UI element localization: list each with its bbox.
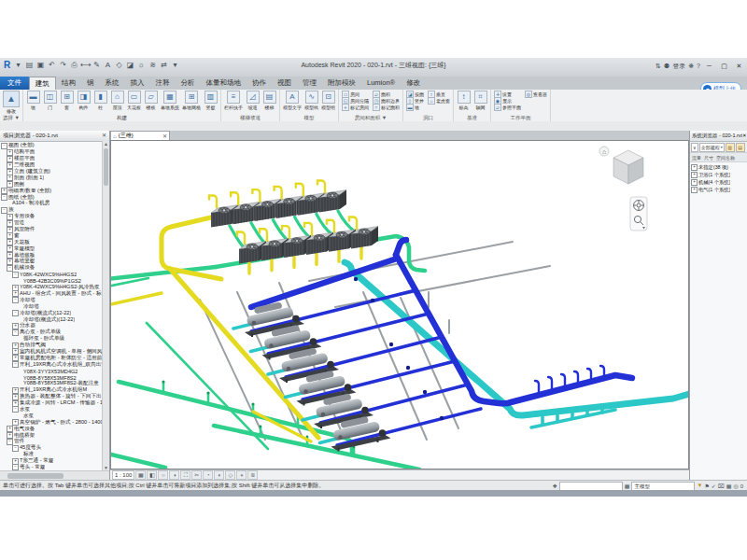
- exchange-apps-icon[interactable]: ❋: [688, 63, 694, 70]
- ribbon-button-构件[interactable]: ◨构件: [76, 91, 92, 110]
- ribbon-tab-体量和场地[interactable]: 体量和场地: [201, 77, 247, 89]
- file-tab[interactable]: 文件: [0, 77, 29, 90]
- customize-arrow-icon[interactable]: ▾: [170, 60, 180, 71]
- design-option-select[interactable]: 主模型: [631, 482, 695, 491]
- view-control-icon-5[interactable]: ✂: [191, 470, 202, 480]
- ribbon-tab-建筑[interactable]: 建筑: [29, 77, 56, 90]
- sysb-row[interactable]: +未指定(38 项): [690, 163, 747, 171]
- ribbon-button-查看器[interactable]: ◎查看器: [524, 91, 548, 98]
- ribbon-panel-label[interactable]: 选择 ▼: [2, 114, 21, 121]
- ribbon-button-老虎窗[interactable]: ⌂老虎窗: [427, 97, 451, 105]
- ribbon-tab-视图[interactable]: 视图: [272, 77, 297, 89]
- project-browser-vscrollbar[interactable]: ▲▼: [102, 141, 109, 471]
- view-tab-3d[interactable]: ⌂ {三维} ✕: [110, 131, 170, 140]
- thin-lines-icon[interactable]: ≋: [148, 60, 158, 71]
- autofit-icon[interactable]: ▥: [726, 143, 735, 152]
- ribbon-button-柱[interactable]: ▮柱: [92, 91, 108, 110]
- switch-window-icon[interactable]: ⇄: [159, 60, 169, 71]
- view-control-icon-4[interactable]: ⛶: [180, 470, 190, 480]
- view-control-icon-1[interactable]: ◧: [147, 470, 157, 480]
- ribbon-tab-修改[interactable]: 修改: [401, 77, 426, 89]
- project-browser-header[interactable]: 项目浏览器 - 020-1.rvt ✕: [0, 131, 109, 142]
- ribbon-button-幕墙系统[interactable]: ▦幕墙系统: [160, 91, 180, 110]
- sysb-row[interactable]: +卫浴(1 个系统): [690, 171, 747, 178]
- ribbon-tab-结构[interactable]: 结构: [56, 77, 81, 89]
- view-control-icon-0[interactable]: ▦: [135, 470, 146, 480]
- ribbon-button-模型组[interactable]: ⊡模型组: [320, 91, 336, 110]
- view-control-icon-3[interactable]: ◑: [169, 470, 179, 480]
- menu-arrow-icon[interactable]: ▾: [13, 60, 23, 71]
- ribbon-button-门[interactable]: ◫门: [42, 91, 58, 110]
- status-icon-0[interactable]: ▼: [697, 483, 702, 489]
- view-control-icon-6[interactable]: ◔: [203, 470, 213, 480]
- ribbon-panel-label[interactable]: 基准: [456, 114, 488, 121]
- view-control-icon-8[interactable]: ◇: [225, 470, 235, 480]
- tree-expander-icon[interactable]: +: [691, 164, 698, 171]
- ribbon-tab-管理[interactable]: 管理: [297, 77, 322, 89]
- print-icon[interactable]: ⎙: [69, 60, 79, 71]
- a360-sync-icon[interactable]: ⇅: [655, 63, 661, 70]
- 3d-view-icon[interactable]: ◇: [114, 60, 124, 71]
- sysb-row[interactable]: +电气(1 个系统): [690, 186, 747, 193]
- tree-item[interactable]: −水泵: [1, 407, 109, 413]
- text-icon[interactable]: A: [103, 60, 113, 71]
- view-control-icon-2[interactable]: ☼: [158, 470, 168, 480]
- status-icon-1[interactable]: ⚑: [704, 483, 709, 489]
- tree-expander-icon[interactable]: −: [12, 361, 19, 368]
- columns-icon[interactable]: ▤: [736, 143, 745, 152]
- ribbon-panel-label[interactable]: 工作平面: [493, 114, 548, 121]
- system-browser-close-icon[interactable]: ✕: [742, 131, 747, 141]
- ribbon-button-屋顶[interactable]: ⌂屋顶: [109, 91, 125, 110]
- tree-item[interactable]: Y08X-3YY3X53MD4G2: [1, 368, 109, 374]
- tree-item[interactable]: +AHU - 组合式 - 回风装置 - 卧式 - 标准 - 2000 - 100…: [1, 290, 109, 297]
- ribbon-button-竖梃[interactable]: ▥竖梃: [203, 91, 218, 110]
- ribbon-button-坡道[interactable]: ◿坡道: [245, 91, 261, 110]
- tree-expander-icon[interactable]: −: [12, 406, 19, 413]
- maximize-button[interactable]: ▢: [718, 60, 730, 72]
- revit-logo-icon[interactable]: R: [2, 60, 12, 71]
- ribbon-button-墙[interactable]: ▬墙: [405, 104, 425, 111]
- tree-expander-icon[interactable]: +: [691, 187, 698, 193]
- ribbon-button-天花板[interactable]: ▭天花板: [126, 91, 142, 110]
- ribbon-button-模型文字[interactable]: A模型文字: [282, 91, 303, 110]
- view-control-icon-9[interactable]: ⌖: [236, 470, 247, 480]
- ribbon-button-标记房间[interactable]: ⌖标记房间: [341, 104, 370, 111]
- ribbon-tab-注释[interactable]: 注释: [150, 77, 176, 89]
- sun-icon[interactable]: ☼: [136, 60, 147, 71]
- help-icon[interactable]: ?: [697, 63, 700, 69]
- ribbon-button-轴网[interactable]: ⌗轴网: [472, 91, 488, 110]
- ribbon-button-墙[interactable]: ▬墙: [25, 91, 41, 110]
- tree-expander-icon[interactable]: −: [12, 272, 19, 278]
- tree-item[interactable]: −冷却塔: [1, 297, 109, 303]
- sign-in-button[interactable]: 登录: [672, 62, 685, 71]
- worksets-icon[interactable]: ❖: [552, 483, 557, 489]
- tree-expander-icon[interactable]: +: [691, 179, 698, 186]
- tree-expander-icon[interactable]: −: [12, 329, 19, 336]
- viewcube[interactable]: ⌂: [599, 147, 643, 184]
- ribbon-button-楼板[interactable]: ▱楼板: [143, 91, 159, 110]
- status-icon-3[interactable]: ⌧: [718, 483, 725, 489]
- sysb-column-空间名称[interactable]: 空间名称: [716, 155, 735, 161]
- close-button[interactable]: ✕: [733, 60, 745, 72]
- sysb-column-流量[interactable]: 流量: [692, 155, 701, 161]
- ribbon-button-模型线[interactable]: ∿模型线: [303, 91, 319, 110]
- editable-only-icon[interactable]: ▦: [625, 483, 630, 489]
- undo-icon[interactable]: ↶: [47, 60, 57, 71]
- tree-item[interactable]: A104 - 制冷机房: [1, 201, 109, 207]
- tree-item[interactable]: −机械设备: [1, 265, 109, 272]
- ribbon-tab-Lumion®[interactable]: Lumion®: [361, 77, 401, 89]
- tree-expander-icon[interactable]: −: [12, 297, 19, 303]
- tree-item[interactable]: +集成冷源 - 回转 - LRCM - 传输器 - 100-175-Ch: [1, 400, 109, 407]
- ribbon-button-楼梯[interactable]: ▤楼梯: [261, 91, 277, 110]
- navigation-bar[interactable]: [630, 197, 647, 231]
- ribbon-button-修改[interactable]: ▲修改: [2, 91, 21, 114]
- ribbon-tab-系统[interactable]: 系统: [100, 77, 125, 89]
- status-icon-2[interactable]: ✓: [712, 483, 716, 489]
- open-icon[interactable]: ▤: [24, 60, 35, 71]
- tree-item[interactable]: −45度弯头: [1, 445, 109, 452]
- ribbon-button-标高[interactable]: ↕标高: [456, 91, 472, 110]
- ribbon-tab-插入[interactable]: 插入: [125, 77, 150, 89]
- ribbon-panel-label[interactable]: 模型: [282, 114, 336, 121]
- tree-item[interactable]: −管件: [1, 439, 109, 445]
- workset-select[interactable]: [559, 482, 623, 491]
